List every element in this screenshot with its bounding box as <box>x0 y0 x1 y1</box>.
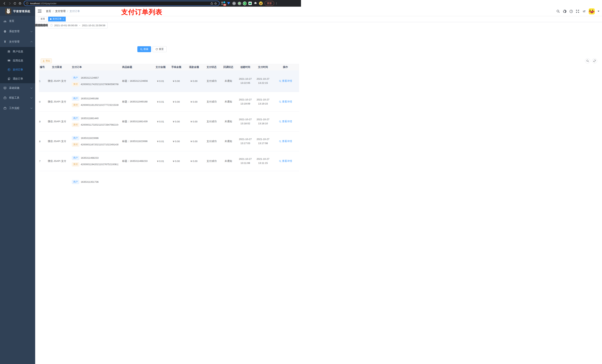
fee-amount <box>168 171 185 182</box>
create-time-line: 13:17:03 <box>240 141 250 145</box>
order-id: 19 <box>39 112 45 131</box>
refund-amount: ¥ 0.00 <box>185 132 203 151</box>
view-detail-link[interactable]: 查看详情 <box>279 79 292 83</box>
bookmark-star-icon[interactable] <box>214 1 217 5</box>
refund-amount <box>185 171 203 182</box>
pay-date-line: 2021-10-27 <box>257 137 269 141</box>
magnifier-icon <box>279 160 281 162</box>
tag-close-icon[interactable]: × <box>63 18 64 20</box>
notify-status: 未通知 <box>220 92 236 112</box>
magnifier-icon <box>279 80 281 82</box>
merchant-order-no: 1635312124657 <box>81 76 99 79</box>
pay-status <box>203 171 220 182</box>
pay-amount <box>154 171 168 182</box>
search-button-label: 搜索 <box>143 48 148 51</box>
pay-order-no: 4200001194202110276752100612 <box>81 163 118 166</box>
date-range-input[interactable]: 2021-10-01 00:00:00-2021-10-31 23:59:59 <box>48 22 108 29</box>
sidebar-item-dev-tools[interactable]: 研发工具 <box>0 93 35 103</box>
tag-home[interactable]: 首页 <box>39 17 47 21</box>
sidebar-item-refund-order[interactable]: 退款订单 <box>0 74 35 83</box>
sidebar-item-merchant-info[interactable]: 商户信息 <box>0 47 35 56</box>
extension-y-icon[interactable]: Y <box>243 1 247 5</box>
search-button[interactable]: 搜索 <box>137 46 151 52</box>
merchant-order-no: 1635311823086 <box>81 137 99 139</box>
sidebar-item-label: 基础设施 <box>9 86 31 90</box>
merchant-order-no: 1635311881440 <box>81 117 99 120</box>
browser-toolbar: localhost:1024/pay/order 10 Y 更新 ⋮ <box>0 0 301 7</box>
sidebar-item-system[interactable]: 系统管理 <box>0 26 35 37</box>
breadcrumb: 首页 / 支付管理 / 支付订单 <box>46 10 80 13</box>
create-time: 2021-10-2713:19:09 <box>236 92 254 112</box>
sidebar-item-home[interactable]: 首页 <box>0 16 35 26</box>
url-bar[interactable]: localhost:1024/pay/order <box>24 1 220 6</box>
fee-amount: ¥ 0.00 <box>168 132 185 151</box>
create-time: 2021-10-2713:22:05 <box>236 70 254 92</box>
magnifier-icon <box>279 101 281 103</box>
pay-amount: ¥ 0.01 <box>154 132 168 151</box>
back-icon[interactable] <box>2 1 7 6</box>
sidebar-item-pay-order[interactable]: ¥ 支付订单 <box>0 65 35 74</box>
pay-time <box>254 171 272 182</box>
fee-amount: ¥ 0.00 <box>168 112 185 131</box>
breadcrumb-pay-manage[interactable]: 支付管理 <box>55 10 65 13</box>
table-row: 商户1635311351736 <box>39 171 299 182</box>
sidebar-item-workflow[interactable]: 工作流程 <box>0 103 35 113</box>
column-header: 支付状态 <box>203 65 220 69</box>
pay-order-no: 4200001173202110272847982104 <box>81 123 118 126</box>
browser-menu-icon[interactable]: ⋮ <box>275 2 278 5</box>
dashboard-icon <box>3 20 7 22</box>
extension-tabs-icon[interactable]: 10 <box>221 1 225 5</box>
create-time: 2021-10-2713:18:02 <box>236 112 254 131</box>
sidebar-item-label: 支付管理 <box>9 40 31 43</box>
merchant-tag: 商户 <box>72 136 79 140</box>
pay-amount: ¥ 0.01 <box>154 151 168 171</box>
column-header: 手续金额 <box>168 65 185 69</box>
extension-chat-icon[interactable] <box>248 1 252 5</box>
extension-command-icon[interactable] <box>232 1 236 5</box>
app-title: 芋道管理系统 <box>13 10 30 13</box>
yen-circle-icon: ¥ <box>7 68 10 71</box>
extensions-puzzle-icon[interactable] <box>254 1 257 5</box>
chevron-down-icon <box>30 87 32 89</box>
sidebar-item-payment[interactable]: ¥ 支付管理 <box>0 37 35 47</box>
share-icon[interactable] <box>210 1 214 5</box>
action-cell: 查看详情 <box>272 151 299 171</box>
pay-time: 2021-10-2713:19:15 <box>254 92 272 112</box>
pay-tag: 支付 <box>72 82 79 86</box>
sidebar-item-infrastructure[interactable]: 基础设施 <box>0 83 35 93</box>
reset-button[interactable]: 重置 <box>152 46 167 52</box>
pay-time: 2021-10-2713:18:10 <box>254 112 272 131</box>
column-header: 支付渠道 <box>45 65 68 69</box>
browser-update-button[interactable]: 更新 <box>265 1 274 6</box>
pay-order-cell: 商户1635311823086支付42000011672021102710224… <box>68 132 118 151</box>
pay-date-line: 2021-10-27 <box>257 77 269 81</box>
sidebar-item-app-info[interactable]: 应用信息 <box>0 56 35 65</box>
info-icon[interactable] <box>26 2 29 5</box>
reload-icon[interactable] <box>12 1 17 6</box>
yen-icon: ¥ <box>3 40 7 43</box>
view-detail-link[interactable]: 查看详情 <box>279 159 292 163</box>
tag-pay-order[interactable]: 支付订单 × <box>48 17 66 21</box>
forward-icon[interactable] <box>7 1 12 6</box>
notify-status: 未通知 <box>220 132 236 151</box>
home-icon[interactable] <box>17 1 22 6</box>
view-detail-link[interactable]: 查看详情 <box>279 120 292 123</box>
filter-label: 创建时间 <box>35 24 48 27</box>
merchant-tag: 商户 <box>72 76 79 80</box>
sidebar-toggle-icon[interactable] <box>38 10 42 13</box>
pay-order-cell: 商户1635312124657支付42000011742021102780605… <box>68 70 118 92</box>
view-detail-link[interactable]: 查看详情 <box>279 140 292 143</box>
column-header: 退款金额 <box>185 65 203 69</box>
create-time-line: 13:11:08 <box>240 161 250 165</box>
export-button[interactable]: 导出 <box>41 58 52 63</box>
pay-tag: 支付 <box>72 103 79 107</box>
view-detail-link[interactable]: 查看详情 <box>279 100 292 104</box>
product-title: 标题：1635311949168 <box>118 92 154 112</box>
breadcrumb-home[interactable]: 首页 <box>46 10 51 13</box>
extension-gem-icon[interactable] <box>227 1 230 5</box>
action-cell <box>272 171 299 182</box>
profile-avatar-icon[interactable] <box>259 1 263 5</box>
notify-status: 未通知 <box>220 151 236 171</box>
extension-recorder-icon[interactable] <box>237 1 241 5</box>
product-title <box>118 171 154 182</box>
